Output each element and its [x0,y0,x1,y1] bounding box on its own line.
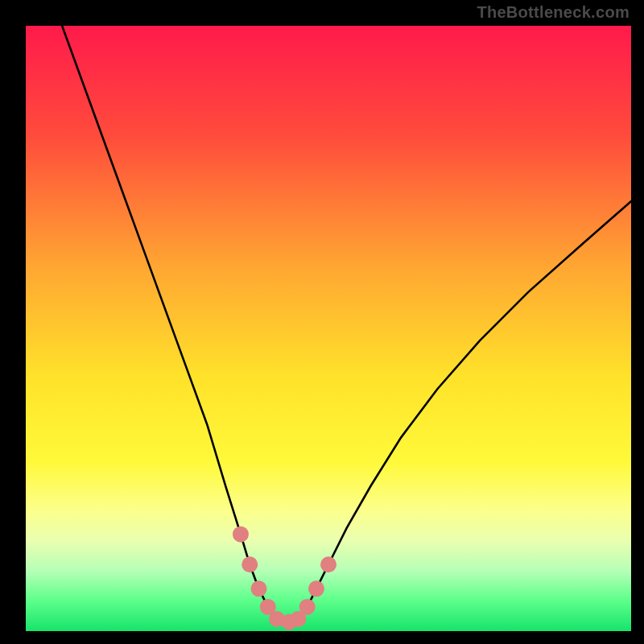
plot-area [26,26,631,631]
valley-marker [320,556,336,572]
curve-layer [26,26,631,631]
valley-marker [308,580,324,597]
watermark-text: TheBottleneck.com [477,3,630,22]
right-curve [298,201,631,619]
valley-marker [251,580,267,597]
valley-marker [233,526,249,543]
valley-marker [242,556,258,572]
chart-frame: TheBottleneck.com [0,0,644,644]
valley-marker [299,599,316,615]
